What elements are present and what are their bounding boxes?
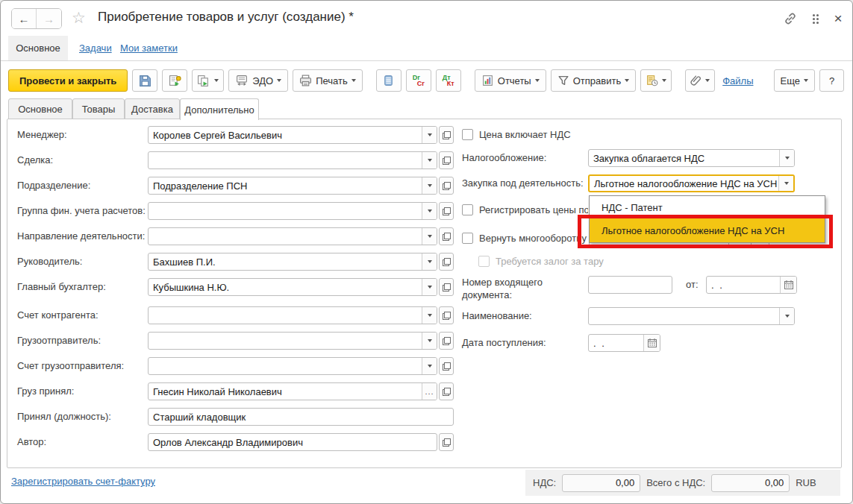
consignor-dropdown-button[interactable] — [422, 333, 437, 349]
more-dots-icon — [813, 14, 819, 24]
purchase-activity-value: Льготное налогообложение НДС на УСН — [590, 176, 778, 191]
taxation-value: Закупка облагается НДС — [589, 150, 779, 166]
consignor-acc-open-button[interactable] — [439, 357, 454, 375]
accepted-position-field[interactable]: Старший кладовщик — [148, 408, 454, 426]
taxation-field[interactable]: Закупка облагается НДС — [588, 149, 795, 167]
manager-dropdown-button[interactable] — [422, 127, 437, 143]
consignor-field[interactable] — [148, 332, 437, 350]
chief-accountant-dropdown-button[interactable] — [422, 279, 437, 295]
name-dropdown-button[interactable] — [779, 308, 794, 324]
tab-delivery[interactable]: Доставка — [125, 98, 180, 119]
paperclip-icon — [690, 75, 702, 86]
return-packaging-label[interactable]: Вернуть многооборотну — [479, 230, 588, 248]
incoming-date-field[interactable]: . . — [706, 276, 797, 294]
back-button[interactable]: ← — [12, 9, 37, 28]
cargo-accepted-field[interactable]: Гнесин Николай Николаевич ... — [148, 382, 437, 400]
attachments-button[interactable] — [685, 69, 715, 92]
consignor-acc-dropdown-button[interactable] — [422, 358, 437, 374]
document-register-button[interactable] — [376, 69, 401, 92]
edo-button[interactable]: ЭДО — [228, 69, 288, 92]
window-menu-icon[interactable] — [807, 10, 825, 28]
receipt-date-label: Дата поступления: — [462, 334, 546, 352]
activity-field[interactable] — [148, 227, 437, 245]
more-button[interactable]: Еще — [774, 69, 815, 92]
register-prices-checkbox[interactable] — [462, 204, 473, 215]
deposit-required-checkbox — [478, 256, 490, 267]
receipt-date-field[interactable]: . . — [588, 334, 660, 352]
close-icon[interactable]: × — [829, 10, 847, 28]
tab-additional[interactable]: Дополнительно — [180, 98, 259, 120]
deal-dropdown-button[interactable] — [422, 152, 437, 168]
dropdown-item-preferential-vat-usn[interactable]: Льготное налогообложение НДС на УСН — [590, 218, 825, 242]
register-prices-label[interactable]: Регистрировать цены по — [479, 201, 588, 219]
post-document-button[interactable] — [162, 69, 187, 92]
price-incl-vat-label[interactable]: Цена включает НДС — [479, 126, 571, 144]
files-link[interactable]: Файлы — [719, 75, 756, 86]
fin-group-open-button[interactable] — [439, 202, 454, 220]
save-button[interactable] — [132, 69, 157, 92]
incoming-date-calendar-button[interactable] — [780, 277, 796, 293]
register-invoice-link[interactable]: Зарегистрировать счет-фактуру — [11, 476, 155, 487]
purchase-activity-dropdown-button[interactable] — [778, 176, 793, 191]
activity-open-button[interactable] — [439, 227, 454, 245]
create-based-on-button[interactable] — [192, 69, 224, 92]
price-incl-vat-checkbox[interactable] — [462, 129, 473, 140]
manager-open-button[interactable] — [439, 126, 454, 144]
tab-goods[interactable]: Товары — [72, 98, 125, 119]
manager-field[interactable]: Королев Сергей Васильевич — [148, 126, 437, 144]
open-form-icon — [443, 157, 451, 165]
chevron-down-icon — [428, 260, 432, 263]
head-open-button[interactable] — [439, 253, 454, 271]
fin-group-label: Группа фин. учета расчетов: — [17, 202, 146, 220]
counterparty-acc-open-button[interactable] — [439, 306, 454, 324]
post-and-close-button[interactable]: Провести и закрыть — [8, 69, 128, 92]
nav-tab-main[interactable]: Основное — [8, 36, 68, 60]
counterparty-acc-field[interactable] — [148, 306, 437, 324]
author-field[interactable]: Орлов Александр Владимирович — [148, 433, 437, 451]
head-field[interactable]: Бахшиев П.И. — [148, 253, 437, 271]
return-packaging-checkbox[interactable] — [462, 233, 473, 244]
department-dropdown-button[interactable] — [422, 177, 437, 194]
help-button[interactable]: ? — [819, 69, 844, 92]
deal-open-button[interactable] — [439, 151, 454, 169]
nav-tab-tasks[interactable]: Задачи — [79, 36, 112, 60]
send-button[interactable]: Отправить — [551, 69, 636, 92]
taxation-dropdown-button[interactable] — [779, 150, 794, 166]
print-button[interactable]: Печать — [293, 69, 363, 92]
history-nav: ← → — [11, 8, 62, 29]
get-link-icon[interactable] — [781, 10, 799, 28]
dr-cr-button[interactable]: DrCr — [406, 69, 431, 92]
total-with-vat-field: 0,00 — [711, 474, 790, 492]
dt-kt-button[interactable]: ДтКт — [436, 69, 461, 92]
consignor-acc-field[interactable] — [148, 357, 437, 375]
receipt-date-placeholder: . . — [589, 335, 643, 351]
name-field[interactable] — [588, 307, 795, 325]
purchase-activity-field[interactable]: Льготное налогообложение НДС на УСН — [588, 174, 795, 192]
open-form-icon — [443, 207, 451, 215]
reminder-button[interactable] — [640, 69, 672, 92]
incoming-number-field[interactable] — [588, 276, 672, 294]
favorite-star-icon[interactable]: ☆ — [72, 9, 86, 27]
head-dropdown-button[interactable] — [422, 253, 437, 270]
author-open-button[interactable] — [439, 433, 454, 451]
nav-tab-my-notes[interactable]: Мои заметки — [120, 36, 178, 60]
head-value: Бахшиев П.И. — [149, 253, 422, 270]
fin-group-field[interactable] — [148, 202, 437, 220]
reports-button[interactable]: Отчеты — [475, 69, 546, 92]
activity-dropdown-button[interactable] — [422, 228, 437, 245]
chief-accountant-field[interactable]: Кубышкина Н.Ю. — [148, 278, 437, 296]
fin-group-dropdown-button[interactable] — [422, 203, 437, 219]
tab-main[interactable]: Основное — [8, 98, 72, 119]
send-icon — [557, 75, 569, 86]
department-field[interactable]: Подразделение ПСН — [148, 177, 437, 195]
counterparty-acc-dropdown-button[interactable] — [422, 307, 437, 324]
dropdown-item-vat-patent[interactable]: НДС - Патент — [590, 196, 825, 218]
chief-accountant-open-button[interactable] — [439, 278, 454, 296]
cargo-accepted-open-button[interactable] — [439, 382, 454, 400]
department-open-button[interactable] — [439, 177, 454, 195]
forward-button[interactable]: → — [37, 9, 61, 28]
cargo-accepted-select-button[interactable]: ... — [422, 383, 437, 400]
consignor-open-button[interactable] — [439, 332, 454, 350]
receipt-date-calendar-button[interactable] — [643, 335, 660, 351]
deal-field[interactable] — [148, 151, 437, 169]
